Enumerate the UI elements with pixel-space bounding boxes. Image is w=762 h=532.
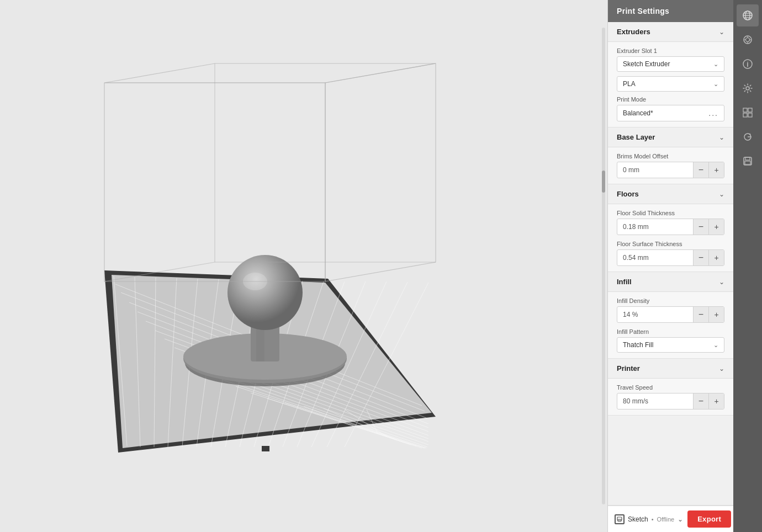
- floor-surface-minus[interactable]: −: [693, 250, 708, 265]
- travel-speed-minus[interactable]: −: [693, 393, 708, 409]
- print-mode-dropdown[interactable]: Balanced* ...: [617, 105, 724, 121]
- floors-chevron: ⌄: [719, 190, 724, 198]
- svg-text:i: i: [747, 61, 748, 68]
- svg-rect-70: [743, 108, 747, 112]
- extruder-type-value: Sketch Extruder: [623, 60, 670, 68]
- scrollbar-thumb[interactable]: [602, 171, 605, 193]
- floor-solid-value: 0.18 mm: [617, 220, 693, 234]
- viewport: [0, 0, 607, 532]
- save-toolbar-btn[interactable]: [737, 150, 759, 172]
- footer-separator: •: [652, 516, 654, 523]
- floors-label: Floors: [617, 190, 639, 198]
- infill-pattern-dropdown[interactable]: Thatch Fill ⌄: [617, 337, 724, 353]
- printer-content: Travel Speed 80 mm/s − +: [608, 379, 733, 416]
- extruders-label: Extruders: [617, 28, 650, 36]
- brims-offset-minus[interactable]: −: [693, 162, 708, 178]
- svg-point-69: [746, 87, 749, 90]
- travel-speed-label: Travel Speed: [617, 384, 724, 391]
- svg-rect-73: [748, 113, 752, 117]
- export-button[interactable]: Export: [687, 510, 731, 528]
- panel-footer: Sketch • Offline ⌄ Export: [608, 505, 733, 532]
- base-layer-content: Brims Model Offset 0 mm − +: [608, 147, 733, 184]
- print-mode-label: Print Mode: [617, 96, 724, 103]
- brims-offset-label: Brims Model Offset: [617, 153, 724, 159]
- printer-name: Sketch: [628, 515, 648, 523]
- extruders-section-header[interactable]: Extruders ⌄: [608, 22, 733, 42]
- extruders-chevron: ⌄: [719, 28, 724, 36]
- floor-solid-input: 0.18 mm − +: [617, 219, 724, 235]
- floor-solid-label: Floor Solid Thickness: [617, 210, 724, 216]
- settings-toolbar-btn[interactable]: [737, 77, 759, 99]
- floor-solid-minus[interactable]: −: [693, 219, 708, 235]
- panel-body: Extruders ⌄ Extruder Slot 1 Sketch Extru…: [608, 22, 733, 505]
- infill-density-label: Infill Density: [617, 297, 724, 304]
- infill-pattern-value: Thatch Fill: [623, 341, 653, 349]
- material-dropdown[interactable]: PLA ⌄: [617, 76, 724, 92]
- right-toolbar: i: [733, 0, 762, 532]
- printer-icon: [615, 514, 625, 524]
- floor-surface-label: Floor Surface Thickness: [617, 241, 724, 247]
- infill-chevron: ⌄: [719, 278, 724, 286]
- base-layer-label: Base Layer: [617, 133, 655, 141]
- travel-speed-plus[interactable]: +: [708, 393, 724, 409]
- material-value: PLA: [623, 80, 636, 88]
- printer-status: Offline: [657, 516, 675, 523]
- printer-label: Printer: [617, 364, 640, 373]
- material-arrow: ⌄: [713, 81, 718, 88]
- travel-speed-value: 80 mm/s: [617, 394, 693, 408]
- extruder-type-dropdown[interactable]: Sketch Extruder ⌄: [617, 56, 724, 72]
- floor-surface-input: 0.54 mm − +: [617, 249, 724, 266]
- svg-rect-71: [748, 108, 752, 112]
- right-side: Print Settings Extruders ⌄ Extruder Slot…: [607, 0, 762, 532]
- infill-density-value: 14 %: [617, 307, 693, 322]
- info-toolbar-btn[interactable]: i: [737, 53, 759, 75]
- svg-point-45: [227, 255, 303, 330]
- refresh-toolbar-btn[interactable]: [737, 126, 759, 148]
- print-mode-dots[interactable]: ...: [708, 109, 718, 118]
- footer-printer-info: Sketch • Offline ⌄: [615, 514, 683, 524]
- scrollbar-track[interactable]: [602, 28, 605, 504]
- infill-density-plus[interactable]: +: [708, 307, 724, 322]
- print-mode-value: Balanced*: [623, 109, 653, 117]
- base-layer-chevron: ⌄: [719, 134, 724, 141]
- svg-point-62: [746, 38, 750, 42]
- floor-solid-plus[interactable]: +: [708, 219, 724, 235]
- layers-toolbar-btn[interactable]: [737, 29, 759, 51]
- floors-section-header[interactable]: Floors ⌄: [608, 184, 733, 204]
- footer-chevron-icon[interactable]: ⌄: [678, 515, 683, 523]
- extruders-content: Extruder Slot 1 Sketch Extruder ⌄ PLA ⌄ …: [608, 42, 733, 127]
- base-layer-section-header[interactable]: Base Layer ⌄: [608, 127, 733, 147]
- panel-title: Print Settings: [617, 7, 669, 15]
- infill-pattern-label: Infill Pattern: [617, 328, 724, 335]
- printer-section-header[interactable]: Printer ⌄: [608, 359, 733, 379]
- floor-surface-plus[interactable]: +: [708, 250, 724, 265]
- settings-panel: Print Settings Extruders ⌄ Extruder Slot…: [607, 0, 733, 532]
- infill-content: Infill Density 14 % − + Infill Pattern T…: [608, 292, 733, 359]
- brims-offset-value: 0 mm: [617, 163, 693, 177]
- panel-header: Print Settings: [608, 0, 733, 22]
- extruder-type-arrow: ⌄: [713, 61, 718, 68]
- svg-rect-76: [745, 161, 750, 164]
- infill-pattern-arrow: ⌄: [713, 342, 718, 349]
- grid-toolbar-btn[interactable]: [737, 102, 759, 124]
- brims-offset-input: 0 mm − +: [617, 162, 724, 178]
- svg-rect-72: [743, 113, 747, 117]
- printer-chevron: ⌄: [719, 365, 724, 373]
- svg-rect-53: [262, 446, 269, 451]
- floor-surface-value: 0.54 mm: [617, 251, 693, 265]
- infill-density-minus[interactable]: −: [693, 307, 708, 322]
- infill-section-header[interactable]: Infill ⌄: [608, 272, 733, 292]
- extruder-slot-label: Extruder Slot 1: [617, 47, 724, 54]
- floors-content: Floor Solid Thickness 0.18 mm − + Floor …: [608, 204, 733, 272]
- infill-label: Infill: [617, 278, 632, 286]
- travel-speed-input: 80 mm/s − +: [617, 393, 724, 409]
- infill-density-input: 14 % − +: [617, 306, 724, 323]
- brims-offset-plus[interactable]: +: [708, 162, 724, 178]
- globe-toolbar-btn[interactable]: [737, 4, 759, 26]
